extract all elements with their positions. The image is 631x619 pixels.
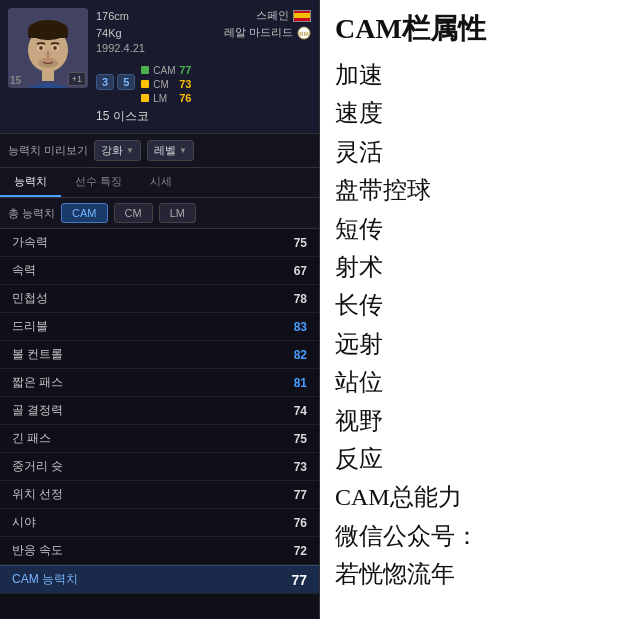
stat-value: 75 xyxy=(287,236,307,250)
level-dropdown-arrow: ▼ xyxy=(179,146,187,155)
main-tabs: 능력치 선수 특징 시세 xyxy=(0,168,319,198)
stat-name: 속력 xyxy=(12,262,36,279)
right-item: 短传 xyxy=(335,210,616,248)
right-item: CAM总能力 xyxy=(335,478,616,516)
player-header: +1 15 176cm 스페인 74Kg xyxy=(0,0,319,134)
stat-name: 드리블 xyxy=(12,318,48,335)
right-item: 射术 xyxy=(335,248,616,286)
total-stat-value: 77 xyxy=(287,572,307,588)
right-item: 灵活 xyxy=(335,133,616,171)
spain-flag-icon xyxy=(293,10,311,22)
stat-row: 중거리 슛 73 xyxy=(0,453,319,481)
cm-value: 73 xyxy=(179,78,191,90)
stat-name: 민첩성 xyxy=(12,290,48,307)
stat-row: 속력 67 xyxy=(0,257,319,285)
physical-stats: 176cm 스페인 xyxy=(96,8,311,23)
total-label: 총 능력치 xyxy=(8,206,55,221)
stat-name: 중거리 슛 xyxy=(12,458,63,475)
stat-row: 드리블 83 xyxy=(0,313,319,341)
player-club: 레알 마드리드 RM xyxy=(224,25,311,40)
right-item: 加速 xyxy=(335,56,616,94)
stat-value: 78 xyxy=(287,292,307,306)
stat-name: 긴 패스 xyxy=(12,430,51,447)
pos-tab-lm[interactable]: LM xyxy=(159,203,196,223)
lm-value: 76 xyxy=(179,92,191,104)
stat-row: 시야 76 xyxy=(0,509,319,537)
player-height: 176cm xyxy=(96,10,129,22)
player-info: 176cm 스페인 74Kg 레알 마드리드 xyxy=(96,8,311,125)
stat-name: 시야 xyxy=(12,514,36,531)
stat-row: 긴 패스 75 xyxy=(0,425,319,453)
club-stats: 74Kg 레알 마드리드 RM xyxy=(96,25,311,40)
right-item: 反应 xyxy=(335,440,616,478)
player-country: 스페인 xyxy=(256,8,311,23)
right-title: CAM栏属性 xyxy=(335,10,616,48)
player-name: 15 이스코 xyxy=(96,108,311,125)
position-tabs-row: 총 능력치 CAM CM LM xyxy=(0,198,319,229)
cm-bar-icon xyxy=(141,80,149,88)
stat-value: 82 xyxy=(287,348,307,362)
pos-tab-cam[interactable]: CAM xyxy=(61,203,107,223)
controls-label: 능력치 미리보기 xyxy=(8,143,88,158)
pos-row-lm: LM 76 xyxy=(141,92,191,104)
right-item: 盘带控球 xyxy=(335,171,616,209)
stat-value: 81 xyxy=(287,376,307,390)
tab-abilities[interactable]: 능력치 xyxy=(0,168,61,197)
stat-name: 짧은 패스 xyxy=(12,374,63,391)
stat-name: 골 결정력 xyxy=(12,402,63,419)
player-avatar: +1 15 xyxy=(8,8,88,88)
svg-point-9 xyxy=(39,46,43,50)
total-stat-row: CAM 능력치 77 xyxy=(0,565,319,594)
stat-value: 76 xyxy=(287,516,307,530)
stat-row: 가속력 75 xyxy=(0,229,319,257)
total-stat-label: CAM 능력치 xyxy=(12,571,78,588)
stat-row: 짧은 패스 81 xyxy=(0,369,319,397)
right-items: 加速速度灵活盘带控球短传射术长传远射站位视野反应CAM总能力微信公众号：若恍惚流… xyxy=(335,56,616,593)
stat-value: 72 xyxy=(287,544,307,558)
stats-list: 가속력 75 속력 67 민첩성 78 드리블 83 볼 컨트롤 82 짧은 패… xyxy=(0,229,319,619)
right-item: 速度 xyxy=(335,94,616,132)
badge-num-2: 5 xyxy=(117,74,135,90)
tab-traits[interactable]: 선수 특징 xyxy=(61,168,136,197)
right-item: 远射 xyxy=(335,325,616,363)
stat-value: 67 xyxy=(287,264,307,278)
right-item: 若恍惚流年 xyxy=(335,555,616,593)
lm-bar-icon xyxy=(141,94,149,102)
level-dropdown[interactable]: 레벨 ▼ xyxy=(147,140,194,161)
stat-value: 73 xyxy=(287,460,307,474)
player-number: 15 xyxy=(10,75,21,86)
badge-numbers: 3 5 xyxy=(96,74,135,90)
stat-value: 74 xyxy=(287,404,307,418)
right-item: 微信公众号： xyxy=(335,517,616,555)
stat-row: 반응 속도 72 xyxy=(0,537,319,565)
svg-point-10 xyxy=(53,46,57,50)
stat-row: 골 결정력 74 xyxy=(0,397,319,425)
real-madrid-icon: RM xyxy=(297,26,311,40)
svg-text:RM: RM xyxy=(299,31,308,37)
pos-row-cm: CM 73 xyxy=(141,78,191,90)
pos-tab-cm[interactable]: CM xyxy=(114,203,153,223)
stat-row: 볼 컨트롤 82 xyxy=(0,341,319,369)
stat-name: 볼 컨트롤 xyxy=(12,346,63,363)
stat-row: 민첩성 78 xyxy=(0,285,319,313)
enhance-dropdown-arrow: ▼ xyxy=(126,146,134,155)
enhance-dropdown[interactable]: 강화 ▼ xyxy=(94,140,141,161)
badge-num-1: 3 xyxy=(96,74,114,90)
stat-value: 77 xyxy=(287,488,307,502)
controls-row: 능력치 미리보기 강화 ▼ 레벨 ▼ xyxy=(0,134,319,168)
level-badge: +1 xyxy=(68,72,86,86)
stat-value: 83 xyxy=(287,320,307,334)
stat-name: 위치 선정 xyxy=(12,486,63,503)
right-item: 视野 xyxy=(335,402,616,440)
position-ratings: CAM 77 CM 73 LM 76 xyxy=(141,64,191,104)
right-panel: CAM栏属性 加速速度灵活盘带控球短传射术长传远射站位视野反应CAM总能力微信公… xyxy=(320,0,631,619)
stat-name: 가속력 xyxy=(12,234,48,251)
left-panel: +1 15 176cm 스페인 74Kg xyxy=(0,0,320,619)
tab-market[interactable]: 시세 xyxy=(136,168,186,197)
stat-value: 75 xyxy=(287,432,307,446)
player-weight: 74Kg xyxy=(96,27,122,39)
pos-row-cam: CAM 77 xyxy=(141,64,191,76)
svg-rect-6 xyxy=(28,30,68,38)
cam-bar-icon xyxy=(141,66,149,74)
right-item: 长传 xyxy=(335,286,616,324)
